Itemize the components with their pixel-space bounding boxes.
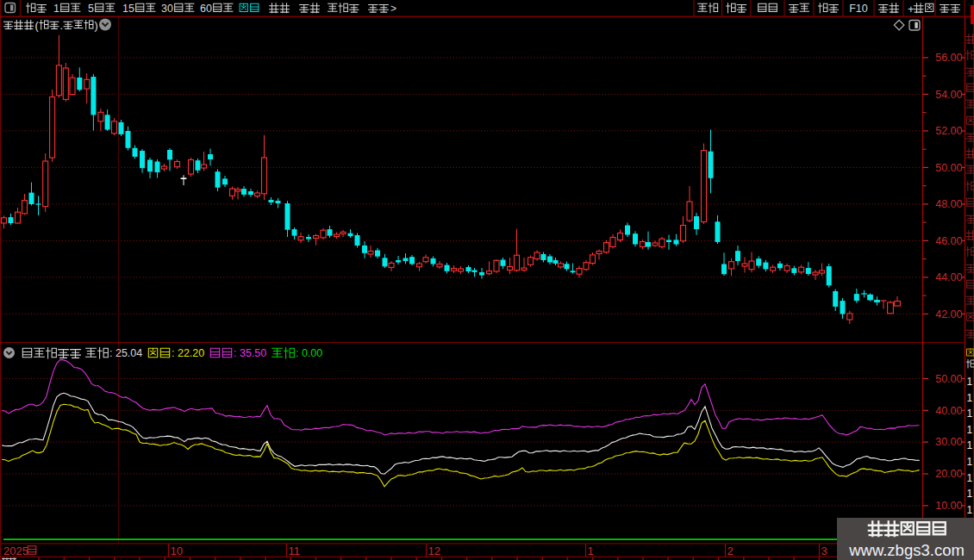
svg-text:1: 1 (967, 392, 973, 404)
svg-text:F10: F10 (849, 3, 868, 15)
svg-text:2: 2 (727, 544, 734, 557)
svg-text:3: 3 (821, 544, 827, 557)
svg-text:50.00: 50.00 (935, 162, 962, 174)
svg-text:52.00: 52.00 (935, 125, 962, 137)
svg-text:12: 12 (428, 544, 440, 557)
svg-text:.: . (60, 20, 63, 32)
svg-text:50.00: 50.00 (935, 373, 962, 385)
svg-text:20.00: 20.00 (935, 468, 962, 480)
svg-text:2025: 2025 (3, 544, 28, 557)
svg-text:>: > (390, 3, 396, 15)
svg-text:44.00: 44.00 (935, 271, 962, 283)
svg-text:1: 1 (588, 544, 594, 557)
svg-text:1: 1 (967, 472, 973, 484)
svg-text:60: 60 (200, 3, 212, 15)
svg-text:1: 1 (967, 376, 973, 388)
svg-text:: 35.50: : 35.50 (234, 347, 266, 359)
svg-text:1: 1 (967, 488, 973, 500)
svg-text:1: 1 (967, 439, 973, 451)
svg-text:5: 5 (88, 3, 94, 15)
svg-text:): ) (95, 20, 98, 32)
svg-text:42.00: 42.00 (935, 308, 962, 320)
svg-text:40.00: 40.00 (935, 405, 962, 417)
svg-text:15: 15 (122, 3, 134, 15)
svg-text:+: + (908, 3, 915, 16)
svg-text:1: 1 (53, 3, 59, 15)
svg-text:30: 30 (161, 3, 173, 15)
svg-text:: 22.20: : 22.20 (172, 347, 204, 359)
svg-text:1: 1 (967, 424, 973, 436)
svg-text:www.zbgs3.com: www.zbgs3.com (848, 541, 965, 559)
svg-text:1: 1 (967, 504, 973, 516)
svg-text:10: 10 (171, 544, 183, 557)
svg-text:48.00: 48.00 (935, 198, 962, 210)
svg-text:30.00: 30.00 (935, 436, 962, 448)
svg-text:1: 1 (967, 456, 973, 468)
svg-text:46.00: 46.00 (935, 235, 962, 247)
svg-text:54.00: 54.00 (935, 89, 962, 101)
svg-text:1: 1 (967, 408, 973, 420)
svg-text:10.00: 10.00 (935, 500, 962, 512)
svg-text:: 25.04: : 25.04 (109, 347, 142, 359)
svg-text:56.00: 56.00 (935, 52, 962, 64)
svg-text:: 0.00: : 0.00 (296, 347, 322, 359)
svg-text:11: 11 (289, 544, 301, 557)
